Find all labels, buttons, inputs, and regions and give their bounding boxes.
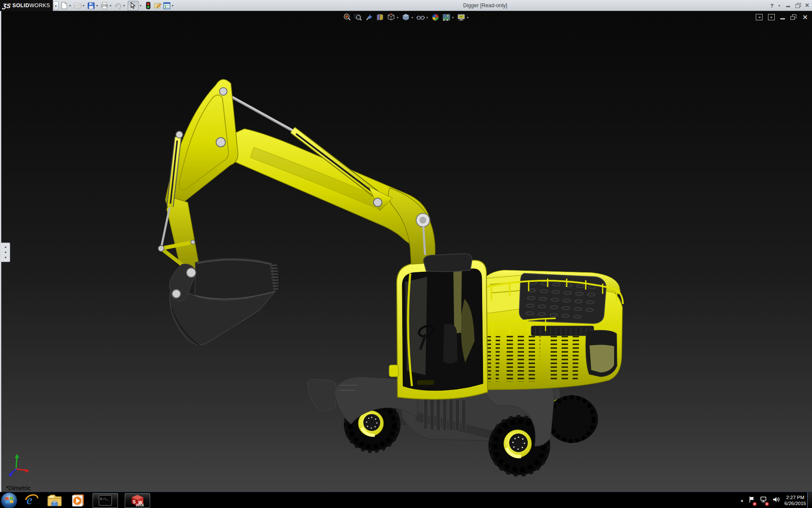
- cab[interactable]: [389, 254, 488, 399]
- select-tool-button[interactable]: ▼: [128, 1, 143, 11]
- solidworks-logo-text: SOLIDWORKS: [12, 3, 50, 8]
- solidworks-2015-icon: S W 2015: [130, 494, 145, 507]
- help-button[interactable]: ?: [770, 3, 774, 9]
- restore-button[interactable]: [795, 3, 801, 8]
- tray-expand-button[interactable]: ▲: [740, 498, 744, 502]
- svg-text:2015: 2015: [136, 503, 144, 507]
- open-button[interactable]: ▼: [74, 2, 86, 10]
- command-prompt-icon: C:\_: [99, 495, 112, 506]
- select-arrow-icon: [128, 1, 139, 11]
- taskbar-items: e: [1, 492, 150, 508]
- svg-text:S: S: [133, 500, 136, 504]
- start-button[interactable]: [1, 492, 17, 508]
- volume-button[interactable]: [772, 496, 780, 505]
- traffic-light-icon: [144, 2, 152, 10]
- save-floppy-icon: [87, 2, 95, 10]
- chevron-down-icon[interactable]: ▼: [96, 4, 99, 7]
- solidworks-logo-icon: ƷS: [2, 2, 11, 9]
- minimize-button[interactable]: [785, 3, 791, 8]
- menu-expand-button[interactable]: ▸: [53, 1, 59, 11]
- error-badge-icon: ✕: [753, 502, 757, 506]
- clock-date: 6/26/2015: [785, 500, 806, 506]
- action-center-button[interactable]: ✕: [749, 496, 755, 505]
- show-desktop-button[interactable]: [807, 492, 812, 508]
- network-button[interactable]: ✕: [760, 496, 768, 505]
- error-badge-icon: ✕: [765, 502, 769, 506]
- orientation-triad: [8, 454, 30, 478]
- new-document-button[interactable]: ▼: [60, 2, 72, 10]
- solidworks-2015-button[interactable]: S W 2015: [125, 493, 150, 508]
- command-prompt-button[interactable]: C:\_: [93, 493, 118, 508]
- media-player-icon: [70, 493, 85, 508]
- internet-explorer-icon: e: [25, 493, 39, 508]
- chevron-down-icon[interactable]: ▼: [82, 4, 85, 7]
- solidworks-logo: ƷS SOLIDWORKS: [0, 0, 53, 11]
- printer-icon: [101, 2, 109, 10]
- screen: ƷS SOLIDWORKS ▸ ▼ ▼ ▼: [0, 0, 812, 508]
- chevron-down-icon[interactable]: ▼: [69, 4, 71, 7]
- system-tray: ▲ ✕ ✕: [740, 492, 806, 508]
- undo-button[interactable]: ▼: [114, 2, 126, 10]
- title-bar: ƷS SOLIDWORKS ▸ ▼ ▼ ▼: [0, 0, 812, 11]
- close-button[interactable]: ✕: [805, 3, 809, 8]
- clock-time: 2:27 PM: [786, 494, 804, 500]
- digger-3d-model[interactable]: [0, 11, 812, 492]
- windows-explorer-button[interactable]: [46, 493, 63, 508]
- graphics-viewport[interactable]: ▼ ▼ ▼ ▼ ▼ ◂ ▸: [0, 11, 812, 492]
- view-orientation-label: *Dimetric: [6, 485, 31, 492]
- tray-clock[interactable]: 2:27 PM 6/26/2015: [785, 494, 806, 506]
- design-binder-button[interactable]: [154, 2, 162, 10]
- titlebar-controls: ? ▼ ✕: [770, 0, 809, 11]
- window-title: Digger [Read-only]: [463, 0, 507, 11]
- undo-arrow-icon: [114, 2, 122, 10]
- chassis-slats: [424, 396, 466, 431]
- chevron-down-icon[interactable]: ▼: [109, 4, 112, 7]
- taskbar: e: [0, 492, 812, 508]
- note-pencil-icon: [154, 2, 162, 10]
- chevron-down-icon[interactable]: ▼: [171, 4, 174, 7]
- chevron-down-icon[interactable]: ▼: [139, 4, 142, 7]
- chevron-down-icon[interactable]: ▼: [123, 4, 126, 7]
- boom-assembly[interactable]: [158, 79, 435, 275]
- rebuild-button[interactable]: [144, 2, 152, 10]
- print-button[interactable]: ▼: [101, 2, 113, 10]
- new-document-icon: [60, 2, 68, 10]
- open-folder-icon: [74, 2, 82, 10]
- internet-explorer-button[interactable]: e: [23, 493, 40, 508]
- bucket[interactable]: [169, 258, 278, 345]
- save-button[interactable]: ▼: [87, 2, 99, 10]
- options-button[interactable]: ▼: [163, 2, 175, 10]
- folder-icon: [47, 494, 62, 507]
- windows-logo-icon: [5, 496, 14, 505]
- options-checklist-icon: [163, 2, 171, 10]
- speaker-icon: [772, 496, 780, 503]
- chevron-down-icon[interactable]: ▼: [778, 4, 781, 7]
- media-player-button[interactable]: [69, 493, 86, 508]
- svg-text:C:\_: C:\_: [100, 497, 108, 501]
- main-toolbar: ▼ ▼ ▼ ▼ ▼: [60, 0, 175, 11]
